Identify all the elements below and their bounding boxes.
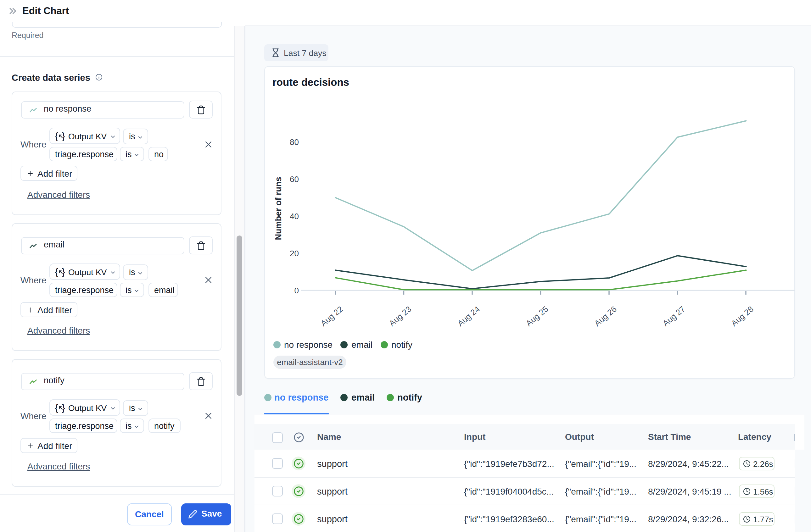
svg-text:Aug 27: Aug 27 xyxy=(661,304,687,328)
svg-text:80: 80 xyxy=(290,137,299,147)
svg-text:40: 40 xyxy=(290,212,299,221)
svg-text:60: 60 xyxy=(290,174,299,184)
svg-text:Aug 25: Aug 25 xyxy=(524,304,550,328)
svg-text:Number of runs: Number of runs xyxy=(274,177,283,240)
svg-text:Aug 28: Aug 28 xyxy=(729,304,755,328)
svg-text:Aug 26: Aug 26 xyxy=(592,304,618,328)
svg-text:Aug 24: Aug 24 xyxy=(456,304,481,328)
svg-text:Aug 23: Aug 23 xyxy=(387,304,413,328)
svg-text:Aug 22: Aug 22 xyxy=(319,304,345,328)
svg-text:0: 0 xyxy=(294,286,299,295)
svg-text:20: 20 xyxy=(290,249,299,258)
